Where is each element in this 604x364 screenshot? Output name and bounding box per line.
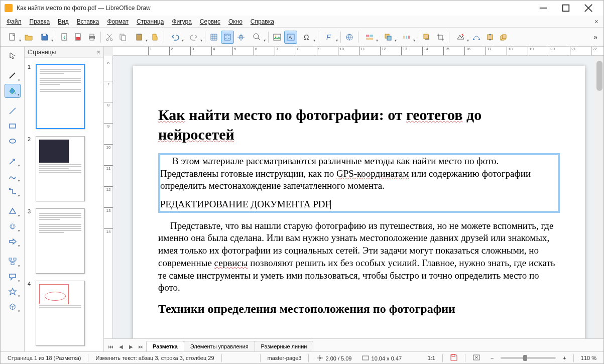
tab-nav-last[interactable]: ⏭ — [136, 341, 146, 351]
pages-panel-close-button[interactable]: × — [96, 48, 100, 56]
menu-tools[interactable]: Сервис — [196, 17, 224, 27]
fontwork-button[interactable]: F▾ — [320, 31, 338, 44]
stars-tool[interactable]: ▾ — [5, 285, 21, 299]
rectangle-tool[interactable] — [5, 119, 21, 133]
vertical-scrollbar[interactable] — [595, 56, 603, 338]
menu-insert[interactable]: Вставка — [73, 17, 103, 27]
doc-edit-line[interactable]: РЕДАКТИРОВАНИЕ ДОКУМЕНТА PDF — [160, 198, 558, 211]
align-button[interactable]: ▾ — [360, 31, 379, 44]
tab-dimlines[interactable]: Размерные линии — [255, 341, 314, 351]
titlebar: Как найти место по фото.pdf — LibreOffic… — [1, 1, 603, 16]
doc-heading-2[interactable]: Техники определения местоположения по фо… — [158, 301, 560, 317]
flowchart-tool[interactable]: ▾ — [5, 255, 21, 269]
menu-view[interactable]: Вид — [54, 17, 73, 27]
tab-controls[interactable]: Элементы управления — [184, 341, 255, 351]
doc-paragraph-1[interactable]: В этом материале рассматриваются различн… — [160, 155, 558, 192]
open-button[interactable] — [22, 31, 35, 44]
edit-points-button[interactable] — [470, 31, 483, 44]
undo-button[interactable]: ▾ — [166, 31, 184, 44]
filter-button[interactable]: ▾ — [451, 31, 469, 44]
status-zoom[interactable]: 110 % — [578, 355, 599, 361]
clone-format-button[interactable] — [149, 31, 162, 44]
guides-button[interactable] — [234, 31, 248, 44]
connector-tool[interactable]: ▾ — [5, 184, 21, 198]
new-button[interactable]: ▾ — [4, 31, 22, 44]
hyperlink-button[interactable] — [343, 31, 356, 44]
horizontal-ruler[interactable]: 1234567891011121314151617181920212223242… — [113, 47, 603, 56]
toolbar-more-button[interactable]: » — [590, 33, 600, 41]
arrow-tool[interactable]: ▾ — [5, 154, 21, 168]
status-master[interactable]: master-page3 — [265, 355, 305, 361]
menu-window[interactable]: Окно — [224, 17, 247, 27]
basic-shapes-tool[interactable]: ▾ — [5, 204, 21, 218]
scrollbar-thumb[interactable] — [596, 61, 602, 91]
menu-help[interactable]: Справка — [247, 17, 278, 27]
zoom-out-button[interactable]: − — [488, 355, 497, 361]
fill-color-tool[interactable]: ▾ — [5, 84, 21, 98]
tab-layout[interactable]: Разметка — [146, 341, 184, 351]
status-ratio[interactable]: 1:1 — [425, 355, 438, 361]
page-view[interactable]: Как найти место по фотографии: от геотег… — [113, 56, 603, 338]
status-page-info[interactable]: Страница 1 из 18 (Разметка) — [5, 355, 84, 361]
symbol-shapes-tool[interactable]: ▾ — [5, 219, 21, 233]
tab-nav-first[interactable]: ⏮ — [106, 341, 116, 351]
ellipse-tool[interactable] — [5, 134, 21, 148]
status-save-indicator[interactable] — [447, 353, 461, 362]
print-button[interactable] — [85, 31, 98, 44]
zoom-button[interactable]: ▾ — [248, 31, 266, 44]
arrange-button[interactable]: ▾ — [379, 31, 397, 44]
line-color-tool[interactable]: ▾ — [5, 69, 21, 83]
close-document-button[interactable]: × — [591, 18, 601, 26]
vertical-ruler[interactable]: 67891011121314 — [104, 56, 113, 338]
page-thumb-1[interactable]: 1 — [29, 64, 99, 129]
block-arrows-tool[interactable]: ▾ — [5, 234, 21, 249]
copy-button[interactable] — [116, 31, 130, 44]
menu-format[interactable]: Формат — [103, 17, 133, 27]
zoom-in-button[interactable]: + — [560, 355, 569, 361]
glue-points-button[interactable] — [484, 31, 497, 44]
page-thumb-4[interactable]: 4 — [29, 281, 99, 346]
menu-file[interactable]: Файл — [3, 17, 26, 27]
shadow-button[interactable] — [420, 31, 433, 44]
snap-grid-button[interactable] — [221, 31, 234, 44]
minimize-button[interactable] — [532, 1, 554, 16]
doc-paragraph-2[interactable]: Представьте, что вы нашли старую фотогра… — [158, 220, 560, 294]
distribute-button[interactable]: ▾ — [398, 31, 416, 44]
curve-tool[interactable]: ▾ — [5, 169, 21, 183]
page-thumb-2[interactable]: 2 — [29, 136, 99, 201]
export-pdf-button[interactable] — [72, 31, 85, 44]
tab-nav-next[interactable]: ▶ — [126, 341, 136, 351]
document-page[interactable]: Как найти место по фотографии: от геотег… — [133, 66, 585, 338]
special-char-button[interactable]: Ω▾ — [298, 31, 316, 44]
menu-shape[interactable]: Фигура — [168, 17, 195, 27]
tab-nav-prev[interactable]: ◀ — [116, 341, 126, 351]
page-thumb-3[interactable]: 3 — [29, 208, 99, 274]
doc-heading-1[interactable]: Как найти место по фотографии: от геотег… — [158, 105, 560, 144]
zoom-slider[interactable] — [501, 357, 556, 359]
export-button[interactable] — [58, 31, 71, 44]
svg-rect-43 — [10, 124, 16, 128]
maximize-button[interactable] — [554, 1, 577, 16]
pages-list[interactable]: 1 2 3 4 — [25, 58, 103, 351]
crop-button[interactable] — [434, 31, 447, 44]
extrusion-button[interactable] — [497, 31, 510, 44]
cut-button[interactable] — [103, 31, 116, 44]
save-button[interactable]: ▾ — [36, 31, 54, 44]
redo-button[interactable]: ▾ — [185, 31, 203, 44]
grid-button[interactable] — [207, 31, 220, 44]
select-tool[interactable] — [5, 49, 21, 63]
line-tool[interactable] — [5, 104, 21, 118]
svg-point-22 — [275, 35, 277, 37]
menu-edit[interactable]: Правка — [26, 17, 54, 27]
paste-button[interactable]: ▾ — [130, 31, 148, 44]
active-text-frame[interactable]: В этом материале рассматриваются различн… — [158, 153, 560, 213]
insert-textbox-button[interactable]: A — [284, 31, 297, 44]
zoom-fit-button[interactable] — [469, 353, 484, 362]
3d-tool[interactable]: ▾ — [5, 300, 21, 314]
callout-tool[interactable]: ▾ — [5, 270, 21, 284]
insert-image-button[interactable] — [271, 31, 284, 44]
close-button[interactable] — [577, 1, 599, 16]
drawing-toolbar: ▾ ▾ ▾ ▾ ▾ ▾ ▾ ▾ ▾ ▾ ▾ ▾ — [1, 47, 25, 351]
svg-rect-52 — [11, 263, 14, 265]
menu-page[interactable]: Страница — [133, 17, 168, 27]
